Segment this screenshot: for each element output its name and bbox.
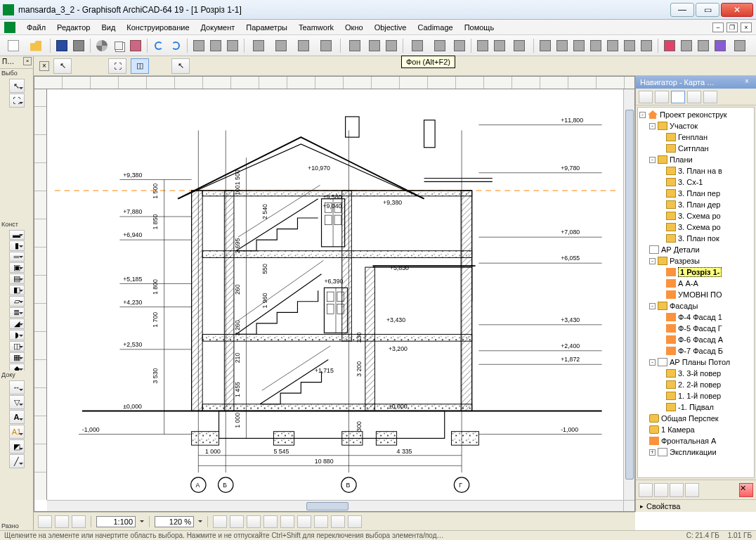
toolbar-btn-8[interactable]	[344, 38, 365, 53]
open-button[interactable]	[25, 38, 46, 53]
level-tool[interactable]: ▽	[9, 395, 25, 409]
skylight-tool[interactable]: ◫	[9, 341, 25, 352]
nav-tab-1[interactable]	[639, 91, 653, 103]
toolbar-btn-22[interactable]	[622, 38, 637, 53]
mdi-restore-button[interactable]: ❐	[726, 22, 738, 32]
menu-file[interactable]: Файл	[21, 22, 51, 33]
toolbar-btn-14[interactable]	[475, 38, 490, 53]
navigator-tree[interactable]: -Проект реконструк -Участок Генплан Ситп…	[637, 107, 755, 478]
redo-button[interactable]	[168, 38, 183, 53]
toolbar-btn-16[interactable]	[509, 38, 530, 53]
toolbar-btn-13[interactable]	[452, 38, 467, 53]
toolbar-btn-26[interactable]	[696, 38, 711, 53]
toolbar-btn-1[interactable]	[191, 38, 207, 53]
nav-tab-5[interactable]	[703, 91, 717, 103]
geom-method-1[interactable]: ↖	[53, 58, 72, 74]
qb-6[interactable]	[247, 515, 261, 528]
qb-4[interactable]	[213, 515, 227, 528]
mdi-close-button[interactable]: ×	[741, 22, 752, 32]
nav-foot-delete-button[interactable]: ✕	[739, 483, 753, 497]
copy-button[interactable]	[111, 38, 126, 53]
toolbar-btn-11[interactable]	[407, 38, 428, 53]
toolbar-btn-7[interactable]	[315, 38, 337, 53]
toolbar-btn-15[interactable]	[492, 38, 507, 53]
toolbar-btn-19[interactable]	[571, 38, 587, 53]
toolbar-btn-20[interactable]	[588, 38, 604, 53]
beam-tool[interactable]: ═	[9, 252, 25, 262]
scale-input[interactable]	[96, 516, 136, 527]
zoom-input[interactable]	[155, 516, 194, 527]
roof-tool[interactable]: ◢	[9, 319, 25, 329]
menu-options[interactable]: Параметры	[240, 22, 293, 33]
new-button[interactable]	[3, 38, 24, 53]
menu-document[interactable]: Документ	[195, 22, 241, 33]
object-tool[interactable]: ◧	[9, 285, 25, 295]
nav-foot-btn-1[interactable]	[639, 483, 653, 497]
close-button[interactable]: ✕	[721, 3, 753, 17]
geom-method-4[interactable]: ↖	[171, 58, 190, 74]
toolbar-btn-6[interactable]	[293, 38, 314, 53]
qb-10[interactable]	[314, 515, 328, 528]
nav-foot-btn-4[interactable]	[685, 483, 699, 497]
menu-objective[interactable]: Objective	[369, 22, 412, 33]
toolbar-btn-12[interactable]	[429, 38, 450, 53]
qb-1[interactable]	[38, 515, 52, 528]
menu-view[interactable]: Вид	[96, 22, 121, 33]
qb-12[interactable]	[348, 515, 362, 528]
menu-edit[interactable]: Редактор	[51, 22, 96, 33]
geom-method-3[interactable]: ◫	[131, 58, 149, 74]
toolbar-btn-5[interactable]	[271, 38, 292, 53]
qb-5[interactable]	[230, 515, 244, 528]
qb-2[interactable]	[55, 515, 69, 528]
cut-button[interactable]	[94, 38, 110, 53]
minimize-button[interactable]: —	[670, 3, 694, 17]
nav-foot-btn-2[interactable]	[654, 483, 668, 497]
qb-11[interactable]	[331, 515, 345, 528]
toolbar-btn-27[interactable]	[712, 38, 728, 53]
fill-tool[interactable]: ◩	[9, 439, 25, 454]
dim-tool[interactable]: ↔	[9, 380, 25, 394]
scrollbar-horizontal[interactable]	[47, 500, 623, 511]
save-button[interactable]	[54, 38, 70, 53]
info-close-icon[interactable]: ×	[39, 61, 49, 71]
navigator-header[interactable]: Навигатор - Карта …×	[636, 76, 756, 89]
arrow-tool[interactable]: ↖	[9, 79, 25, 93]
maximize-button[interactable]: ▭	[696, 3, 719, 17]
window-tool[interactable]: ▣	[9, 262, 25, 273]
toolbar-btn-9[interactable]	[367, 38, 382, 53]
drawing-canvas[interactable]: +9,380 +7,880 +6,940 +5,185 +4,230 +2,53…	[34, 76, 635, 512]
marquee-tool[interactable]: ⛶	[9, 94, 25, 108]
undo-button[interactable]	[151, 38, 167, 53]
toolbox-close-icon[interactable]: ×	[23, 57, 32, 65]
mdi-minimize-button[interactable]: –	[712, 22, 724, 32]
slab-tool[interactable]: ▱	[9, 296, 25, 307]
zoom-dropdown-icon[interactable]	[197, 518, 202, 526]
stair-tool[interactable]: ≣	[9, 307, 25, 318]
toolbar-btn-2[interactable]	[208, 38, 223, 53]
toolbar-btn-10[interactable]	[384, 38, 399, 53]
print-button[interactable]	[71, 38, 86, 53]
qb-3[interactable]	[72, 515, 86, 528]
menu-design[interactable]: Конструирование	[121, 22, 195, 33]
toolbar-btn-4[interactable]	[248, 38, 269, 53]
menu-cadimage[interactable]: Cadimage	[412, 22, 458, 33]
toolbar-btn-21[interactable]	[605, 38, 620, 53]
shell-tool[interactable]: ◗	[9, 330, 25, 340]
paste-button[interactable]	[128, 38, 143, 53]
navigator-close-icon[interactable]: ×	[742, 77, 752, 87]
text-tool[interactable]: A	[9, 410, 25, 424]
toolbar-btn-3[interactable]	[225, 38, 240, 53]
toolbar-btn-17[interactable]	[537, 38, 553, 53]
nav-tab-4[interactable]	[687, 91, 701, 103]
qb-7[interactable]	[263, 515, 278, 528]
toolbar-btn-23[interactable]	[639, 38, 654, 53]
column-tool[interactable]: ▮	[9, 240, 25, 251]
door-tool[interactable]: ▤	[9, 274, 25, 284]
morph-tool[interactable]: ◆	[9, 364, 25, 371]
toolbar-btn-18[interactable]	[554, 38, 570, 53]
scrollbar-vertical[interactable]	[623, 89, 634, 500]
qb-9[interactable]	[297, 515, 311, 528]
menu-teamwork[interactable]: Teamwork	[293, 22, 339, 33]
toolbar-btn-28[interactable]	[729, 38, 750, 53]
menu-help[interactable]: Помощь	[459, 22, 500, 33]
